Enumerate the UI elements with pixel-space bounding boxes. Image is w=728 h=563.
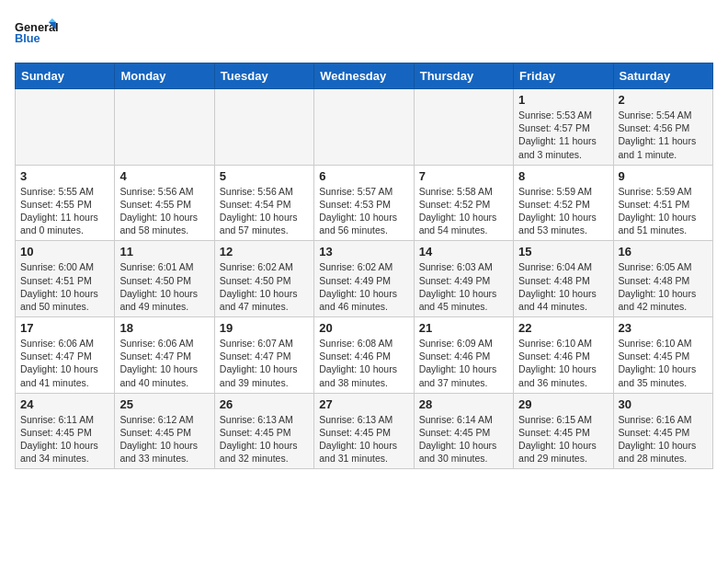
day-number: 20 <box>319 321 408 335</box>
day-number: 28 <box>419 397 508 411</box>
cell-info: Sunrise: 5:54 AM Sunset: 4:56 PM Dayligh… <box>619 109 708 161</box>
cell-info: Sunrise: 6:07 AM Sunset: 4:47 PM Dayligh… <box>220 337 309 389</box>
cell-info: Sunrise: 6:11 AM Sunset: 4:45 PM Dayligh… <box>20 413 109 465</box>
day-number: 7 <box>419 169 508 183</box>
cell-info: Sunrise: 6:06 AM Sunset: 4:47 PM Dayligh… <box>20 337 109 389</box>
cell-info: Sunrise: 5:56 AM Sunset: 4:54 PM Dayligh… <box>220 185 309 237</box>
day-number: 4 <box>119 169 209 183</box>
page-header: General Blue <box>15 15 713 52</box>
day-number: 22 <box>518 321 608 335</box>
cell-info: Sunrise: 6:02 AM Sunset: 4:50 PM Dayligh… <box>220 260 309 313</box>
day-number: 18 <box>119 321 209 335</box>
calendar-cell: 7Sunrise: 5:58 AM Sunset: 4:52 PM Daylig… <box>414 165 513 241</box>
calendar-cell <box>214 89 313 166</box>
calendar-cell: 2Sunrise: 5:54 AM Sunset: 4:56 PM Daylig… <box>613 89 712 166</box>
calendar-cell: 28Sunrise: 6:14 AM Sunset: 4:45 PM Dayli… <box>414 393 513 469</box>
cell-info: Sunrise: 6:12 AM Sunset: 4:45 PM Dayligh… <box>119 413 209 465</box>
calendar-table: SundayMondayTuesdayWednesdayThursdayFrid… <box>15 63 713 469</box>
day-number: 15 <box>518 245 608 259</box>
calendar-cell: 17Sunrise: 6:06 AM Sunset: 4:47 PM Dayli… <box>16 317 115 394</box>
calendar-week-5: 24Sunrise: 6:11 AM Sunset: 4:45 PM Dayli… <box>16 393 713 469</box>
cell-info: Sunrise: 6:03 AM Sunset: 4:49 PM Dayligh… <box>419 260 508 313</box>
day-number: 23 <box>619 321 708 335</box>
day-number: 8 <box>518 169 608 183</box>
day-number: 26 <box>220 397 309 411</box>
calendar-cell: 22Sunrise: 6:10 AM Sunset: 4:46 PM Dayli… <box>514 317 613 394</box>
calendar-cell <box>16 89 115 166</box>
cell-info: Sunrise: 6:02 AM Sunset: 4:49 PM Dayligh… <box>319 260 408 313</box>
day-number: 12 <box>220 245 309 259</box>
day-number: 17 <box>20 321 109 335</box>
calendar-cell: 19Sunrise: 6:07 AM Sunset: 4:47 PM Dayli… <box>214 317 313 394</box>
cell-info: Sunrise: 6:04 AM Sunset: 4:48 PM Dayligh… <box>518 260 608 313</box>
calendar-cell: 13Sunrise: 6:02 AM Sunset: 4:49 PM Dayli… <box>314 241 414 317</box>
day-number: 6 <box>319 169 408 183</box>
calendar-cell: 27Sunrise: 6:13 AM Sunset: 4:45 PM Dayli… <box>314 393 414 469</box>
day-number: 14 <box>419 245 508 259</box>
cell-info: Sunrise: 6:16 AM Sunset: 4:45 PM Dayligh… <box>619 413 708 465</box>
day-number: 25 <box>119 397 209 411</box>
calendar-cell: 1Sunrise: 5:53 AM Sunset: 4:57 PM Daylig… <box>514 89 613 166</box>
cell-info: Sunrise: 5:57 AM Sunset: 4:53 PM Dayligh… <box>319 185 408 237</box>
cell-info: Sunrise: 5:59 AM Sunset: 4:52 PM Dayligh… <box>518 185 608 237</box>
day-number: 2 <box>619 93 708 107</box>
col-header-saturday: Saturday <box>613 63 712 89</box>
calendar-week-3: 10Sunrise: 6:00 AM Sunset: 4:51 PM Dayli… <box>16 241 713 317</box>
day-number: 29 <box>518 397 608 411</box>
col-header-friday: Friday <box>514 63 613 89</box>
calendar-cell <box>314 89 414 166</box>
logo: General Blue <box>15 15 59 52</box>
calendar-week-4: 17Sunrise: 6:06 AM Sunset: 4:47 PM Dayli… <box>16 317 713 394</box>
col-header-tuesday: Tuesday <box>214 63 313 89</box>
logo-icon: General Blue <box>15 15 59 52</box>
col-header-monday: Monday <box>115 63 214 89</box>
cell-info: Sunrise: 6:08 AM Sunset: 4:46 PM Dayligh… <box>319 337 408 389</box>
day-number: 21 <box>419 321 508 335</box>
calendar-cell <box>414 89 513 166</box>
calendar-cell: 3Sunrise: 5:55 AM Sunset: 4:55 PM Daylig… <box>16 165 115 241</box>
cell-info: Sunrise: 5:56 AM Sunset: 4:55 PM Dayligh… <box>119 185 209 237</box>
cell-info: Sunrise: 6:13 AM Sunset: 4:45 PM Dayligh… <box>220 413 309 465</box>
day-number: 27 <box>319 397 408 411</box>
cell-info: Sunrise: 6:09 AM Sunset: 4:46 PM Dayligh… <box>419 337 508 389</box>
day-number: 30 <box>619 397 708 411</box>
calendar-cell: 11Sunrise: 6:01 AM Sunset: 4:50 PM Dayli… <box>115 241 214 317</box>
calendar-cell: 20Sunrise: 6:08 AM Sunset: 4:46 PM Dayli… <box>314 317 414 394</box>
calendar-week-2: 3Sunrise: 5:55 AM Sunset: 4:55 PM Daylig… <box>16 165 713 241</box>
cell-info: Sunrise: 6:05 AM Sunset: 4:48 PM Dayligh… <box>619 260 708 313</box>
cell-info: Sunrise: 6:06 AM Sunset: 4:47 PM Dayligh… <box>119 337 209 389</box>
col-header-sunday: Sunday <box>16 63 115 89</box>
cell-info: Sunrise: 6:10 AM Sunset: 4:46 PM Dayligh… <box>518 337 608 389</box>
day-number: 1 <box>518 93 608 107</box>
cell-info: Sunrise: 6:13 AM Sunset: 4:45 PM Dayligh… <box>319 413 408 465</box>
calendar-cell: 24Sunrise: 6:11 AM Sunset: 4:45 PM Dayli… <box>16 393 115 469</box>
calendar-cell: 12Sunrise: 6:02 AM Sunset: 4:50 PM Dayli… <box>214 241 313 317</box>
calendar-cell: 6Sunrise: 5:57 AM Sunset: 4:53 PM Daylig… <box>314 165 414 241</box>
col-header-thursday: Thursday <box>414 63 513 89</box>
calendar-cell: 10Sunrise: 6:00 AM Sunset: 4:51 PM Dayli… <box>16 241 115 317</box>
day-number: 10 <box>20 245 109 259</box>
cell-info: Sunrise: 5:53 AM Sunset: 4:57 PM Dayligh… <box>518 109 608 161</box>
calendar-cell: 29Sunrise: 6:15 AM Sunset: 4:45 PM Dayli… <box>514 393 613 469</box>
calendar-cell: 26Sunrise: 6:13 AM Sunset: 4:45 PM Dayli… <box>214 393 313 469</box>
cell-info: Sunrise: 5:58 AM Sunset: 4:52 PM Dayligh… <box>419 185 508 237</box>
cell-info: Sunrise: 5:55 AM Sunset: 4:55 PM Dayligh… <box>20 185 109 237</box>
calendar-header-row: SundayMondayTuesdayWednesdayThursdayFrid… <box>16 63 713 89</box>
calendar-cell: 30Sunrise: 6:16 AM Sunset: 4:45 PM Dayli… <box>613 393 712 469</box>
calendar-cell: 23Sunrise: 6:10 AM Sunset: 4:45 PM Dayli… <box>613 317 712 394</box>
calendar-cell: 14Sunrise: 6:03 AM Sunset: 4:49 PM Dayli… <box>414 241 513 317</box>
calendar-cell: 8Sunrise: 5:59 AM Sunset: 4:52 PM Daylig… <box>514 165 613 241</box>
cell-info: Sunrise: 6:15 AM Sunset: 4:45 PM Dayligh… <box>518 413 608 465</box>
calendar-cell: 4Sunrise: 5:56 AM Sunset: 4:55 PM Daylig… <box>115 165 214 241</box>
cell-info: Sunrise: 6:14 AM Sunset: 4:45 PM Dayligh… <box>419 413 508 465</box>
day-number: 13 <box>319 245 408 259</box>
svg-text:Blue: Blue <box>15 31 40 45</box>
cell-info: Sunrise: 6:10 AM Sunset: 4:45 PM Dayligh… <box>619 337 708 389</box>
day-number: 16 <box>619 245 708 259</box>
calendar-cell: 15Sunrise: 6:04 AM Sunset: 4:48 PM Dayli… <box>514 241 613 317</box>
day-number: 24 <box>20 397 109 411</box>
day-number: 5 <box>220 169 309 183</box>
calendar-cell: 25Sunrise: 6:12 AM Sunset: 4:45 PM Dayli… <box>115 393 214 469</box>
day-number: 11 <box>119 245 209 259</box>
day-number: 19 <box>220 321 309 335</box>
